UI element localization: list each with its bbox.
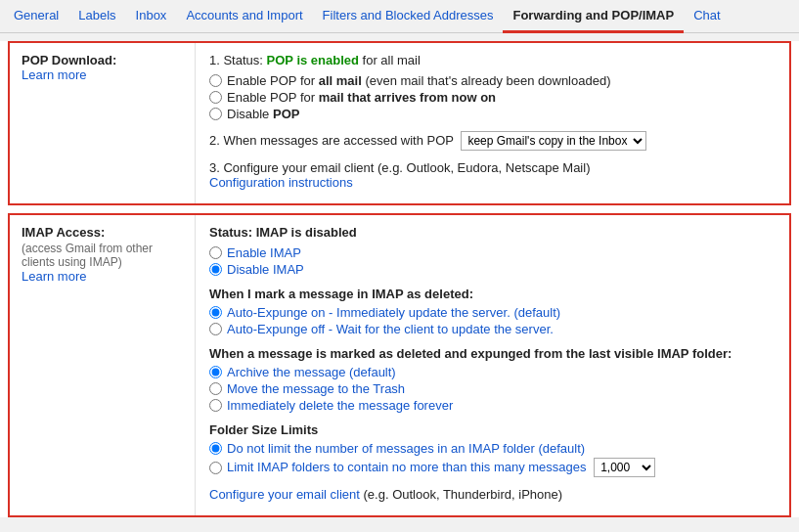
imap-folder-opt1-input[interactable] bbox=[209, 442, 222, 455]
imap-folder-opt2-input[interactable] bbox=[209, 462, 222, 474]
pop-radio-disable-label: Disable POP bbox=[227, 107, 299, 121]
pop-title: POP Download: bbox=[22, 53, 183, 67]
pop-section-left: POP Download: Learn more bbox=[10, 43, 196, 203]
pop-status-suffix: for all mail bbox=[359, 53, 421, 67]
imap-enable-input[interactable] bbox=[209, 246, 222, 259]
pop-step2: 2. When messages are accessed with POP k… bbox=[209, 131, 776, 151]
imap-expunged-heading: When a message is marked as deleted and … bbox=[209, 346, 776, 361]
pop-radio-fromnow-label: Enable POP for mail that arrives from no… bbox=[227, 90, 496, 105]
pop-section: POP Download: Learn more 1. Status: POP … bbox=[8, 41, 791, 205]
imap-title: IMAP Access: bbox=[22, 225, 183, 240]
tab-chat[interactable]: Chat bbox=[684, 0, 730, 32]
imap-configure-line: Configure your email client (e.g. Outloo… bbox=[209, 487, 776, 502]
imap-enable-label: Enable IMAP bbox=[227, 245, 301, 260]
imap-deleted-opt1-label: Auto-Expunge on - Immediately update the… bbox=[227, 305, 560, 320]
pop-step2-prefix: 2. When messages are accessed with POP bbox=[209, 133, 454, 148]
imap-subtitle: (access Gmail from other clients using I… bbox=[22, 242, 183, 269]
imap-configure-suffix: (e.g. Outlook, Thunderbird, iPhone) bbox=[360, 487, 562, 502]
pop-radio-allmail-input[interactable] bbox=[209, 74, 222, 87]
imap-folder-opt1-label: Do not limit the number of messages in a… bbox=[227, 441, 585, 456]
imap-status-value: IMAP is disabled bbox=[256, 225, 357, 240]
pop-radio-allmail: Enable POP for all mail (even mail that'… bbox=[209, 73, 776, 88]
tab-filters[interactable]: Filters and Blocked Addresses bbox=[313, 0, 504, 32]
imap-expunged-opt3-input[interactable] bbox=[209, 399, 222, 412]
pop-step2-select[interactable]: keep Gmail's copy in the Inbox archive G… bbox=[461, 131, 646, 151]
imap-deleted-opt2-input[interactable] bbox=[209, 323, 222, 335]
imap-folder-heading: Folder Size Limits bbox=[209, 422, 776, 437]
pop-step3-prefix: 3. Configure your email client bbox=[209, 160, 374, 175]
pop-step3-suffix: (e.g. Outlook, Eudora, Netscape Mail) bbox=[374, 160, 590, 175]
imap-folder-opt2-label: Limit IMAP folders to contain no more th… bbox=[227, 458, 655, 477]
pop-config-link[interactable]: Configuration instructions bbox=[209, 175, 353, 190]
imap-expunged-opt3: Immediately delete the message forever bbox=[209, 398, 776, 413]
imap-deleted-opt2: Auto-Expunge off - Wait for the client t… bbox=[209, 322, 776, 336]
imap-expunged-opt1: Archive the message (default) bbox=[209, 365, 776, 379]
imap-enable-radio: Enable IMAP bbox=[209, 245, 776, 260]
imap-deleted-opt1: Auto-Expunge on - Immediately update the… bbox=[209, 305, 776, 320]
imap-status-line: Status: IMAP is disabled bbox=[209, 225, 776, 240]
imap-folder-select[interactable]: 1,000 2,000 5,000 10,000 bbox=[594, 458, 655, 477]
tab-inbox[interactable]: Inbox bbox=[126, 0, 177, 32]
imap-section-right: Status: IMAP is disabled Enable IMAP Dis… bbox=[196, 215, 789, 515]
imap-disable-input[interactable] bbox=[209, 263, 222, 276]
imap-expunged-opt1-label: Archive the message (default) bbox=[227, 365, 396, 379]
pop-status-value: POP is enabled bbox=[267, 53, 359, 67]
imap-learn-more-link[interactable]: Learn more bbox=[22, 269, 86, 284]
pop-radio-disable: Disable POP bbox=[209, 107, 776, 121]
imap-section: IMAP Access: (access Gmail from other cl… bbox=[8, 213, 791, 517]
imap-configure-link[interactable]: Configure your email client bbox=[209, 487, 360, 502]
tab-general[interactable]: General bbox=[4, 0, 68, 32]
tab-accounts-import[interactable]: Accounts and Import bbox=[176, 0, 312, 32]
imap-status-label: Status: bbox=[209, 225, 256, 240]
imap-expunged-opt2-label: Move the message to the Trash bbox=[227, 381, 405, 396]
nav-tabs: General Labels Inbox Accounts and Import… bbox=[0, 0, 799, 33]
pop-radio-allmail-label: Enable POP for all mail (even mail that'… bbox=[227, 73, 611, 88]
imap-deleted-opt1-input[interactable] bbox=[209, 306, 222, 319]
pop-status-prefix: 1. Status: bbox=[209, 53, 267, 67]
imap-deleted-opt2-label: Auto-Expunge off - Wait for the client t… bbox=[227, 322, 554, 336]
pop-radio-disable-input[interactable] bbox=[209, 108, 222, 120]
tab-labels[interactable]: Labels bbox=[68, 0, 125, 32]
imap-disable-label: Disable IMAP bbox=[227, 262, 304, 277]
tab-forwarding[interactable]: Forwarding and POP/IMAP bbox=[503, 0, 684, 33]
pop-step3: 3. Configure your email client (e.g. Out… bbox=[209, 160, 776, 190]
pop-radio-fromnow: Enable POP for mail that arrives from no… bbox=[209, 90, 776, 105]
pop-learn-more-link[interactable]: Learn more bbox=[22, 67, 86, 82]
imap-section-left: IMAP Access: (access Gmail from other cl… bbox=[10, 215, 196, 515]
pop-radio-fromnow-input[interactable] bbox=[209, 91, 222, 104]
imap-expunged-opt1-input[interactable] bbox=[209, 366, 222, 378]
imap-expunged-opt3-label: Immediately delete the message forever bbox=[227, 398, 453, 413]
imap-deleted-heading: When I mark a message in IMAP as deleted… bbox=[209, 287, 776, 301]
imap-folder-opt1: Do not limit the number of messages in a… bbox=[209, 441, 776, 456]
imap-folder-opt2: Limit IMAP folders to contain no more th… bbox=[209, 458, 776, 477]
pop-status-line: 1. Status: POP is enabled for all mail bbox=[209, 53, 776, 67]
pop-section-right: 1. Status: POP is enabled for all mail E… bbox=[196, 43, 789, 203]
imap-expunged-opt2: Move the message to the Trash bbox=[209, 381, 776, 396]
imap-disable-radio: Disable IMAP bbox=[209, 262, 776, 277]
imap-expunged-opt2-input[interactable] bbox=[209, 382, 222, 395]
